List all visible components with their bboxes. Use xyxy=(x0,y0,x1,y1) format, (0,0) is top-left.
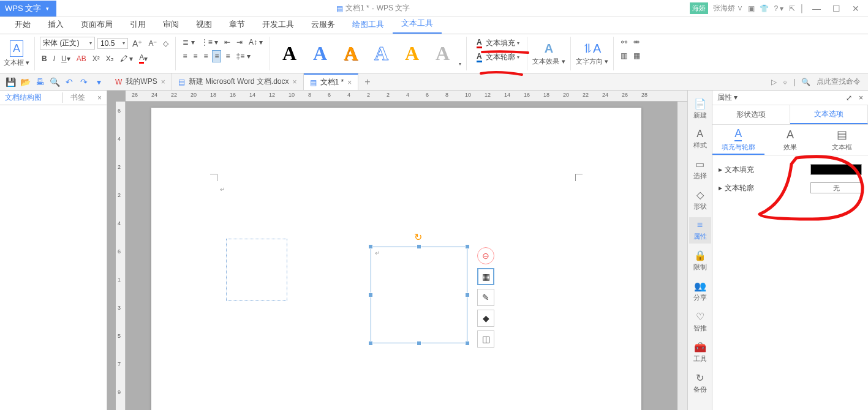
print-icon[interactable]: 🖶 xyxy=(34,76,45,88)
add-tab-button[interactable]: + xyxy=(358,76,376,88)
align-center-button[interactable]: ≡ xyxy=(191,51,199,62)
underline-button[interactable]: U ▾ xyxy=(59,53,72,64)
resize-handle-s[interactable] xyxy=(417,341,421,346)
reading-mode-icon[interactable]: ▷ xyxy=(771,78,777,86)
app-menu-dropdown-icon[interactable]: ▾ xyxy=(43,6,51,12)
font-size-select[interactable]: 10.5▾ xyxy=(97,38,128,49)
increase-font-icon[interactable]: A⁺ xyxy=(130,37,144,50)
sidebar-item-备份[interactable]: ↻备份 xyxy=(689,370,711,397)
resize-handle-nw[interactable] xyxy=(368,244,373,249)
clear-format-icon[interactable]: ◇ xyxy=(161,38,170,49)
panel-pin-icon[interactable]: ⤢ xyxy=(846,94,852,102)
delete-shape-button[interactable]: ⊖ xyxy=(477,247,494,264)
wordart-style-6[interactable]: A xyxy=(428,40,456,68)
document-page[interactable]: ↵ ↻ ↵ ⊖ ▦ ✎ ◆ ◫ xyxy=(151,108,641,410)
line-spacing-button[interactable]: ‡≡ ▾ xyxy=(235,51,252,62)
highlight-button[interactable]: 🖍 ▾ xyxy=(118,53,135,64)
doctab-mywps[interactable]: W 我的WPS × xyxy=(109,73,172,90)
sidebar-item-新建[interactable]: 📄新建 xyxy=(689,95,711,122)
font-color-button[interactable]: A ▾ xyxy=(137,52,149,65)
tab-insert[interactable]: 插入 xyxy=(39,15,72,34)
italic-button[interactable]: I xyxy=(51,53,57,64)
subtab-effects[interactable]: A 效果 xyxy=(764,125,817,155)
tab-review[interactable]: 审阅 xyxy=(154,15,187,34)
tab-cloud[interactable]: 云服务 xyxy=(303,15,344,34)
indent-increase-button[interactable]: ⇥ xyxy=(235,37,244,48)
margins-icon[interactable]: ▥ xyxy=(619,50,629,61)
open-icon[interactable]: 📂 xyxy=(20,76,31,88)
tab-drawing-tools[interactable]: 绘图工具 xyxy=(344,15,393,34)
font-name-select[interactable]: 宋体 (正文)▾ xyxy=(40,37,95,50)
resize-handle-sw[interactable] xyxy=(368,341,373,346)
fit-icon[interactable]: ▦ xyxy=(632,50,642,61)
sidebar-item-样式[interactable]: A样式 xyxy=(689,126,711,152)
panel-close-icon[interactable]: × xyxy=(859,94,863,102)
more-qa-icon[interactable]: ▾ xyxy=(93,76,104,88)
outline-shape-button[interactable]: ◫ xyxy=(477,330,494,348)
horizontal-ruler[interactable]: 2624222018161412108642246810121416182022… xyxy=(126,91,687,102)
strike-button[interactable]: AB xyxy=(75,53,88,64)
close-button[interactable]: ✕ xyxy=(848,4,863,13)
sidebar-item-选择[interactable]: ▭选择 xyxy=(689,156,711,183)
doctab-doc3[interactable]: ▤ 文档1 * × xyxy=(304,73,359,90)
doctab-doc2[interactable]: ▤ 新建 Microsoft Word 文档.docx × xyxy=(172,73,304,90)
sort-button[interactable]: A↕ ▾ xyxy=(247,37,265,48)
sidebar-item-属性[interactable]: ≡属性 xyxy=(689,217,711,244)
text-fill-button[interactable]: A 文本填充▾ xyxy=(472,37,522,50)
tab-page-layout[interactable]: 页面布局 xyxy=(72,15,121,34)
align-justify-button[interactable]: ≡ xyxy=(212,50,221,62)
tab-dev-tools[interactable]: 开发工具 xyxy=(254,15,303,34)
selected-textbox[interactable]: ↻ ↵ xyxy=(371,247,467,343)
text-outline-swatch[interactable]: 无 xyxy=(810,182,862,193)
leftpane-tab-outline[interactable]: 文档结构图 xyxy=(0,92,63,103)
text-outline-button[interactable]: A 文本轮廓▾ xyxy=(472,51,522,64)
placeholder-box[interactable] xyxy=(226,239,287,301)
wordart-more-icon[interactable]: ▾ xyxy=(459,61,461,70)
preview-icon[interactable]: 🔍 xyxy=(49,76,60,88)
sidebar-item-工具[interactable]: 🧰工具 xyxy=(689,339,711,366)
link-icon[interactable]: ⚯ xyxy=(619,37,629,48)
sidebar-item-分享[interactable]: 👥分享 xyxy=(689,278,711,305)
resize-handle-se[interactable] xyxy=(465,341,470,346)
save-icon[interactable]: 💾 xyxy=(5,76,16,88)
rotate-handle-icon[interactable]: ↻ xyxy=(414,231,422,243)
user-name[interactable]: 张海娇 ∨ xyxy=(713,3,743,13)
bold-button[interactable]: B xyxy=(40,53,49,64)
wordart-style-3[interactable]: A xyxy=(336,40,364,68)
resize-handle-ne[interactable] xyxy=(465,244,470,249)
resize-handle-e[interactable] xyxy=(465,293,470,297)
close-tab-icon[interactable]: × xyxy=(161,78,165,86)
tab-chapter[interactable]: 章节 xyxy=(221,15,254,34)
sidebar-item-限制[interactable]: 🔒限制 xyxy=(689,247,711,274)
layout-options-button[interactable]: ▦ xyxy=(477,268,494,285)
align-distribute-button[interactable]: ≡ xyxy=(224,51,232,62)
minimize-button[interactable]: — xyxy=(809,4,824,13)
leftpane-close-icon[interactable]: × xyxy=(92,94,107,102)
vertical-scrollbar[interactable] xyxy=(677,102,687,410)
tab-text-tools[interactable]: 文本工具 xyxy=(393,14,442,34)
indent-decrease-button[interactable]: ⇤ xyxy=(222,37,232,48)
wordart-style-5[interactable]: A xyxy=(398,40,426,68)
textbox-button[interactable]: A 文本框 ▾ xyxy=(4,40,29,67)
expand-text-fill[interactable]: ▸ 文本填充 xyxy=(719,165,754,175)
leftpane-tab-bookmark[interactable]: 书签 xyxy=(63,92,92,103)
break-link-icon[interactable]: ⚮ xyxy=(632,37,641,48)
resize-handle-n[interactable] xyxy=(417,244,421,249)
close-tab-icon[interactable]: × xyxy=(293,78,297,86)
app-badge[interactable]: WPS 文字 ▾ xyxy=(0,1,56,17)
search-hint[interactable]: 点此查找命令 xyxy=(817,76,861,87)
expand-text-outline[interactable]: ▸ 文本轮廓 xyxy=(719,183,754,193)
wordart-style-1[interactable]: A xyxy=(275,40,303,68)
panel-tab-text[interactable]: 文本选项 xyxy=(790,105,868,124)
icon-2[interactable]: 👕 xyxy=(760,4,769,13)
user-badge[interactable]: 海娇 xyxy=(690,2,708,14)
resize-handle-w[interactable] xyxy=(368,293,373,297)
align-right-button[interactable]: ≡ xyxy=(202,51,209,62)
wordart-style-4[interactable]: A xyxy=(367,40,395,68)
sidebar-item-智推[interactable]: ♡智推 xyxy=(689,308,711,335)
undo-icon[interactable]: ↶ xyxy=(64,76,75,88)
pin-icon[interactable]: ⇱ xyxy=(789,4,795,13)
subscript-button[interactable]: X₂ xyxy=(104,53,116,64)
fill-shape-button[interactable]: ◆ xyxy=(477,310,494,327)
subtab-fill-outline[interactable]: A 填充与轮廓 xyxy=(712,125,764,155)
